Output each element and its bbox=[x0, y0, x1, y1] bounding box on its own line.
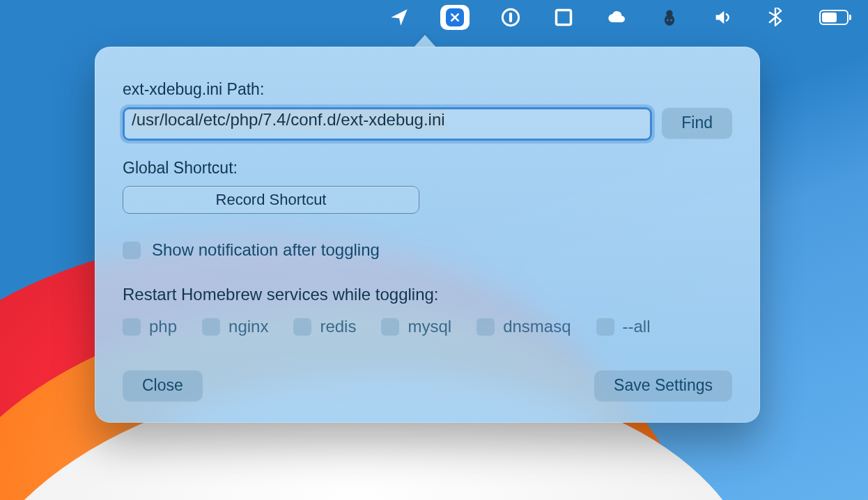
keybase-icon[interactable] bbox=[658, 6, 681, 29]
rect-icon[interactable] bbox=[552, 6, 575, 29]
path-input[interactable]: /usr/local/etc/php/7.4/conf.d/ext-xdebug… bbox=[123, 107, 652, 141]
location-arrow-icon[interactable] bbox=[387, 6, 411, 29]
svg-rect-1 bbox=[509, 13, 512, 22]
service-checkbox-redis[interactable] bbox=[293, 318, 311, 336]
close-button[interactable]: Close bbox=[123, 370, 203, 401]
service-label-dnsmasq: dnsmasq bbox=[503, 317, 571, 336]
record-shortcut-button[interactable]: Record Shortcut bbox=[123, 186, 419, 214]
menubar bbox=[0, 0, 868, 35]
path-label: ext-xdebug.ini Path: bbox=[123, 80, 732, 99]
volume-icon[interactable] bbox=[711, 6, 734, 29]
service-label-php: php bbox=[149, 317, 177, 336]
cloud-icon[interactable] bbox=[605, 6, 628, 29]
svg-rect-2 bbox=[557, 10, 571, 25]
shortcut-label: Global Shortcut: bbox=[123, 159, 732, 178]
save-settings-button[interactable]: Save Settings bbox=[594, 370, 732, 401]
service-label-all: --all bbox=[623, 317, 651, 336]
find-button[interactable]: Find bbox=[662, 107, 732, 139]
services-row: php nginx redis mysql dnsmasq --all bbox=[123, 317, 732, 336]
service-checkbox-nginx[interactable] bbox=[202, 318, 220, 336]
onepassword-icon[interactable] bbox=[499, 6, 522, 29]
service-checkbox-php[interactable] bbox=[123, 318, 141, 336]
service-label-redis: redis bbox=[320, 317, 356, 336]
service-checkbox-mysql[interactable] bbox=[381, 318, 399, 336]
path-input-value: /usr/local/etc/php/7.4/conf.d/ext-xdebug… bbox=[132, 109, 445, 130]
service-checkbox-dnsmasq[interactable] bbox=[476, 318, 495, 336]
notify-checkbox[interactable] bbox=[123, 241, 141, 259]
service-checkbox-all[interactable] bbox=[596, 318, 614, 336]
battery-icon[interactable] bbox=[816, 6, 851, 29]
service-label-nginx: nginx bbox=[228, 317, 268, 336]
bluetooth-icon[interactable] bbox=[764, 6, 787, 29]
service-label-mysql: mysql bbox=[408, 317, 451, 336]
settings-popover: ext-xdebug.ini Path: /usr/local/etc/php/… bbox=[95, 47, 760, 423]
xdebug-toggle-icon[interactable] bbox=[440, 5, 470, 30]
notify-label: Show notification after toggling bbox=[152, 240, 380, 260]
services-label: Restart Homebrew services while toggling… bbox=[123, 285, 732, 304]
